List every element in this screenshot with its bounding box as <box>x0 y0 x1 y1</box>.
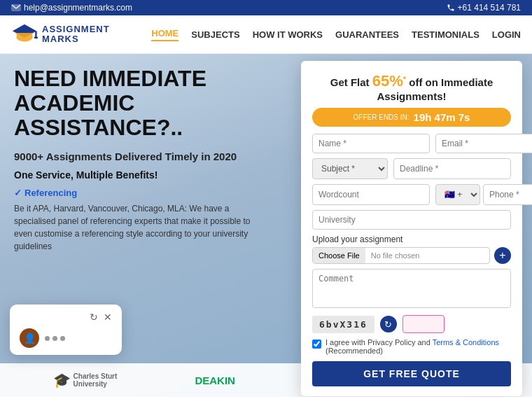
hero-boldline: One Service, Multiple Benefits! <box>14 169 266 181</box>
logo-icon <box>11 21 38 48</box>
discount-pct: 65% <box>372 72 403 90</box>
uni-logo-deakin: DEAKIN <box>195 374 235 386</box>
phone-bar: +61 414 514 781 <box>447 3 521 13</box>
captcha-input[interactable] <box>402 315 444 333</box>
subject-deadline-row: Subject * <box>312 158 511 179</box>
choose-file-button[interactable]: Choose File <box>313 248 365 263</box>
uni-logo-csu: 🎓 Charles SturtUniversity <box>53 372 118 388</box>
privacy-label: I agree with Privacy Policy and Terms & … <box>326 338 499 355</box>
wordcount-phone-row: 🇦🇺 +61 <box>312 184 511 205</box>
upload-label: Upload your assignment <box>312 234 511 244</box>
name-email-row <box>312 134 511 153</box>
nav-home[interactable]: HOME <box>151 28 178 41</box>
logo: ASSIGNMENT MARKS <box>11 21 110 48</box>
chat-dots <box>45 336 65 341</box>
nav-guarantees[interactable]: GUARANTEES <box>335 29 399 40</box>
offer-timer: OFFER ENDS IN: 19h 47m 7s <box>312 108 511 127</box>
hero-title: NEED IMMEDIATE ACADEMIC ASSISTANCE?.. <box>14 66 266 141</box>
csu-icon: 🎓 <box>53 372 71 388</box>
hero-section: NEED IMMEDIATE ACADEMIC ASSISTANCE?.. 90… <box>0 54 532 397</box>
privacy-row: I agree with Privacy Policy and Terms & … <box>312 338 511 355</box>
navbar: ASSIGNMENT MARKS HOME SUBJECTS HOW IT WO… <box>0 15 532 54</box>
university-input[interactable] <box>312 210 511 230</box>
nav-subjects[interactable]: SUBJECTS <box>191 29 239 40</box>
hero-content: NEED IMMEDIATE ACADEMIC ASSISTANCE?.. 90… <box>14 66 266 253</box>
close-icon[interactable]: ✕ <box>104 312 112 323</box>
chevron-down-icon: ✓ <box>14 188 22 198</box>
svg-rect-2 <box>35 31 36 38</box>
name-input[interactable] <box>312 134 430 153</box>
chat-widget-body: 👤 <box>20 328 112 348</box>
subject-select[interactable]: Subject * <box>312 158 388 179</box>
refresh-icon[interactable]: ↻ <box>90 312 98 323</box>
dot-2 <box>52 336 57 341</box>
add-file-button[interactable]: + <box>494 247 511 264</box>
quote-form-panel: Get Flat 65%* off on Immediate Assignmen… <box>301 61 522 396</box>
file-btn-group: Choose File No file chosen <box>312 247 490 264</box>
email-icon <box>11 4 21 11</box>
privacy-checkbox[interactable] <box>312 340 321 349</box>
email-input[interactable] <box>435 134 532 153</box>
hero-subtitle: 9000+ Assignments Delivered Timely in 20… <box>14 150 266 162</box>
captcha-refresh-button[interactable]: ↻ <box>380 316 397 332</box>
wordcount-input[interactable] <box>312 184 430 205</box>
terms-link[interactable]: Terms & Conditions <box>433 338 499 346</box>
offer-text: Get Flat 65%* off on Immediate Assignmen… <box>312 72 511 102</box>
referencing-section: ✓ Referencing Be it APA, Harvard, Vancou… <box>14 188 266 253</box>
logo-text: ASSIGNMENT MARKS <box>42 24 110 45</box>
deadline-input[interactable] <box>393 158 511 179</box>
avatar: 👤 <box>20 328 39 348</box>
nav-login[interactable]: LOGIN <box>492 29 521 40</box>
phone-icon <box>447 4 455 12</box>
email-bar: help@assignmentmarks.com <box>11 3 132 13</box>
referencing-toggle[interactable]: ✓ Referencing <box>14 188 266 198</box>
nav-testimonials[interactable]: TESTIMONIALS <box>412 29 479 40</box>
captcha-row: 6bvX316 ↻ <box>312 315 511 333</box>
captcha-code: 6bvX316 <box>312 316 374 333</box>
no-file-text: No file chosen <box>365 248 426 263</box>
flag-select[interactable]: 🇦🇺 +61 <box>435 184 480 205</box>
phone-group: 🇦🇺 +61 <box>435 184 532 205</box>
phone-input[interactable] <box>483 184 532 205</box>
nav-links: HOME SUBJECTS HOW IT WORKS GUARANTEES TE… <box>151 28 521 41</box>
upload-row: Choose File No file chosen + <box>312 247 511 264</box>
chat-widget-header: ↻ ✕ <box>20 312 112 323</box>
referencing-text: Be it APA, Harvard, Vancouver, Chicago, … <box>14 202 266 253</box>
dot-1 <box>45 336 50 341</box>
top-bar: help@assignmentmarks.com +61 414 514 781 <box>0 0 532 15</box>
chat-widget: ↻ ✕ 👤 <box>10 304 122 355</box>
svg-point-3 <box>34 36 38 38</box>
upload-section: Upload your assignment Choose File No fi… <box>312 234 511 264</box>
get-free-quote-button[interactable]: GET FREE QUOTE <box>312 361 511 386</box>
comment-textarea[interactable] <box>312 269 511 308</box>
nav-how-it-works[interactable]: HOW IT WORKS <box>253 29 323 40</box>
dot-3 <box>60 336 65 341</box>
